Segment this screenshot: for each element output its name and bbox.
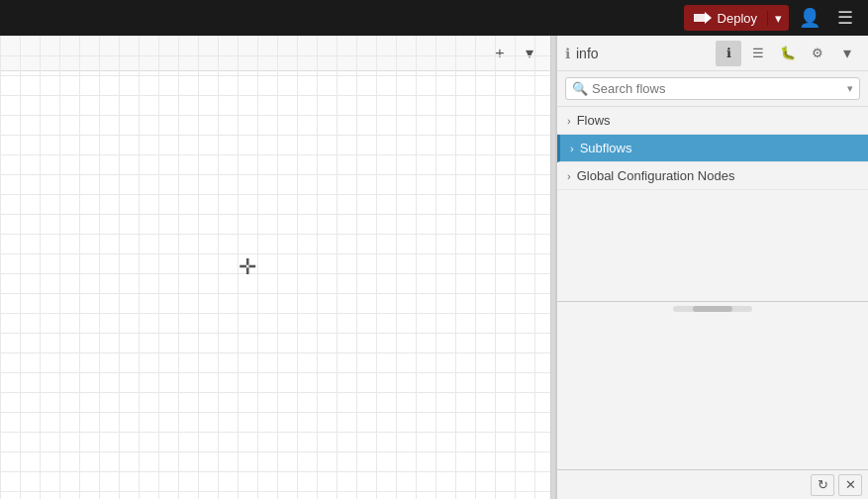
user-button[interactable]: 👤 [795,5,824,31]
panel-header: ℹ info ℹ ☰ 🐛 ⚙ ▾ [557,36,868,71]
info-icon: ℹ [726,46,731,60]
gear-icon: ⚙ [812,46,823,60]
tree-item-global-config[interactable]: › Global Configuration Nodes [557,162,868,190]
svg-marker-1 [705,12,712,24]
user-icon: 👤 [799,7,820,29]
svg-rect-0 [694,14,706,22]
bug-icon: 🐛 [780,46,796,60]
right-panel: ℹ info ℹ ☰ 🐛 ⚙ ▾ 🔍 ▾ [556,36,868,499]
canvas-grid[interactable]: ✛ [0,36,550,499]
chevron-right-icon: › [570,143,574,154]
search-dropdown-icon: ▾ [847,82,853,94]
scrollbar-track[interactable] [673,306,752,312]
chevron-right-icon: › [567,115,571,127]
main-layout: + ▾ ✛ ℹ info ℹ ☰ 🐛 ⚙ [0,36,868,499]
scrollbar-thumb [693,306,732,312]
hamburger-icon: ☰ [837,7,853,29]
panel-info-icon: ℹ [565,46,570,61]
canvas-area: + ▾ ✛ [0,36,550,499]
search-icon: 🔍 [572,81,588,96]
panel-title: info [576,46,712,61]
tab-info-button[interactable]: ℹ [716,41,741,66]
search-input-wrap: 🔍 ▾ [565,77,860,100]
more-chevron-icon: ▾ [843,44,851,62]
canvas-crosshair: ✛ [239,254,256,280]
chevron-right-icon: › [567,170,571,182]
refresh-icon: ↻ [818,477,828,492]
tree-item-label: Flows [577,113,611,128]
refresh-button[interactable]: ↻ [811,474,834,496]
chevron-down-icon: ▾ [775,11,782,26]
tab-list-button[interactable]: ☰ [745,41,771,66]
close-icon: ✕ [845,477,856,492]
list-icon: ☰ [752,46,764,60]
deploy-dropdown-arrow[interactable]: ▾ [768,11,789,26]
deploy-label: Deploy [718,11,757,26]
deploy-icon [694,12,712,24]
tree-item-label: Subflows [580,141,632,155]
panel-bottom [557,301,868,469]
tree-item-flows[interactable]: › Flows [557,107,868,135]
tree-list: › Flows › Subflows › Global Configuratio… [557,107,868,301]
close-panel-button[interactable]: ✕ [838,474,862,496]
tab-settings-button[interactable]: ⚙ [805,41,830,66]
search-bar: 🔍 ▾ [557,71,868,107]
search-dropdown-button[interactable]: ▾ [847,82,853,95]
deploy-button[interactable]: Deploy ▾ [684,5,789,31]
tab-debug-button[interactable]: 🐛 [775,41,801,66]
tree-item-label: Global Configuration Nodes [577,168,735,183]
search-input[interactable] [592,81,843,96]
navbar: Deploy ▾ 👤 ☰ [0,0,868,36]
panel-footer: ↻ ✕ [557,469,868,499]
menu-button[interactable]: ☰ [830,5,860,31]
tab-more-button[interactable]: ▾ [834,41,860,66]
tree-item-subflows[interactable]: › Subflows [557,135,868,162]
